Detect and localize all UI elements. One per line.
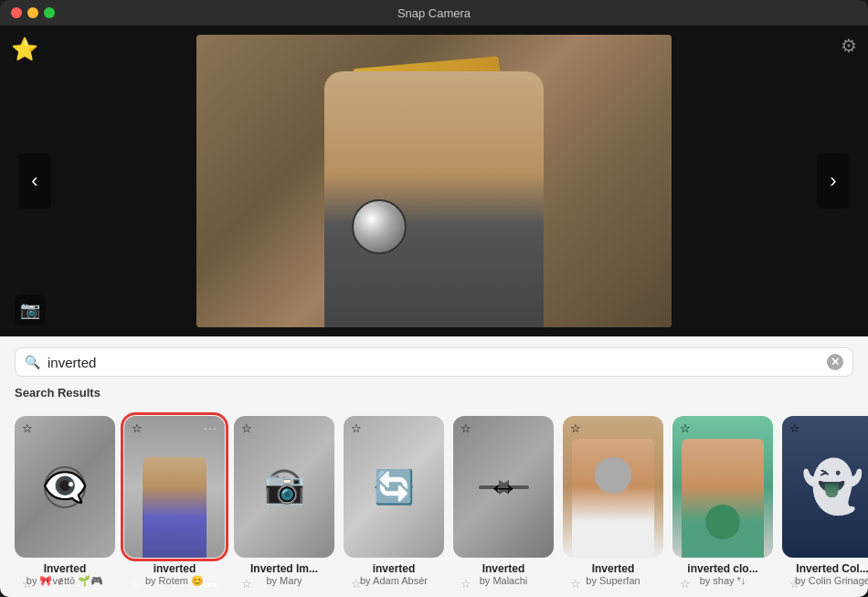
lens-card[interactable]: 👻 ☆ ☆ Inverted Col... by Colin Grinage [782, 416, 868, 587]
lens-star-icon[interactable]: ☆ [789, 577, 800, 591]
maximize-button[interactable] [44, 7, 55, 18]
lens-author: by Superfan [586, 575, 640, 586]
camera-area: ⭐ ⚙ ‹ SOCCERNOMICS WHY ENGLAND LOSES, WH… [0, 26, 868, 336]
lens-card[interactable]: ☆ ☆ Inverted Im... by Mary [234, 416, 334, 587]
lens-more-icon[interactable]: ••• [202, 577, 217, 593]
svg-point-6 [268, 471, 301, 504]
lens-author: by Malachi [480, 575, 528, 586]
search-box: 🔍 ✕ [15, 347, 853, 377]
lens-name: Inverted [44, 562, 87, 575]
minimize-button[interactable] [27, 7, 38, 18]
svg-point-2 [62, 477, 68, 483]
lens-star-icon[interactable]: ☆ [132, 577, 143, 591]
right-arrow-icon: › [830, 169, 836, 193]
lens-author: by Rotem 😊 [145, 575, 204, 587]
lens-favorite-icon[interactable]: ☆ [570, 421, 581, 435]
svg-point-8 [293, 485, 299, 490]
titlebar: Snap Camera [0, 0, 868, 26]
person-figure [324, 71, 544, 327]
lens-card[interactable]: ☆ ☆ inverted by Adam Absér [344, 416, 444, 587]
lens-star-icon[interactable]: ☆ [241, 577, 252, 591]
search-icon: 🔍 [25, 355, 40, 369]
svg-point-5 [69, 485, 75, 490]
close-button[interactable] [11, 7, 22, 18]
favorites-button[interactable]: ⭐ [11, 37, 38, 62]
svg-point-0 [45, 467, 85, 507]
svg-point-7 [270, 485, 275, 490]
lens-favorite-icon[interactable]: ☆ [789, 421, 800, 435]
lens-star-icon[interactable]: ☆ [570, 577, 581, 591]
lens-name: Inverted Col... [796, 562, 868, 575]
lens-name: Inverted [482, 562, 525, 575]
svg-point-1 [56, 478, 74, 496]
lens-name: Inverted [592, 562, 635, 575]
camera-preview: SOCCERNOMICS WHY ENGLAND LOSES, WHY SPAI… [196, 35, 672, 327]
svg-marker-11 [499, 480, 511, 495]
next-lens-button[interactable]: › [817, 154, 850, 208]
svg-marker-10 [375, 483, 380, 492]
lens-star-icon[interactable]: ☆ [351, 577, 362, 591]
lens-card[interactable]: ☆ ☆ Inverted by Malachi [453, 416, 554, 587]
svg-point-3 [62, 492, 68, 497]
lens-more-button[interactable]: ··· [203, 420, 217, 435]
prev-lens-button[interactable]: ‹ [18, 154, 51, 208]
lens-name: Inverted Im... [250, 562, 318, 575]
svg-point-4 [55, 485, 60, 490]
window-controls [11, 7, 55, 18]
lens-card[interactable]: ☆ ☆ Inverted by Superfan [563, 416, 663, 587]
shutter-button[interactable]: 📷 [15, 294, 46, 325]
left-arrow-icon: ‹ [31, 169, 37, 193]
lens-favorite-icon[interactable]: ☆ [680, 421, 691, 435]
shutter-icon: 📷 [20, 300, 40, 320]
lens-author: by shay *↓ [700, 575, 746, 586]
lens-star-icon[interactable]: ☆ [460, 577, 471, 591]
settings-button[interactable]: ⚙ [841, 35, 857, 57]
svg-marker-12 [497, 480, 509, 495]
lens-favorite-icon[interactable]: ☆ [460, 421, 471, 435]
lens-author: by Adam Absér [360, 575, 428, 586]
camera-feed: SOCCERNOMICS WHY ENGLAND LOSES, WHY SPAI… [196, 35, 672, 327]
lens-card[interactable]: ☆··· ☆ ••• inverted by Rotem 😊 [124, 416, 225, 587]
lens-card[interactable]: ☆ ☆ Inverted by 🎀vɇttō 🌱🎮 [15, 416, 115, 587]
lens-favorite-icon[interactable]: ☆ [22, 421, 33, 435]
lens-name: inverted [153, 562, 196, 575]
lens-favorite-icon[interactable]: ☆ [132, 421, 143, 435]
lens-name: inverted clo... [687, 562, 757, 575]
lens-author: by 🎀vɇttō 🌱🎮 [26, 575, 103, 587]
lens-name: inverted [373, 562, 416, 575]
search-input[interactable] [48, 355, 820, 370]
soccer-ball [352, 199, 407, 254]
lens-favorite-icon[interactable]: ☆ [351, 421, 362, 435]
results-grid: ☆ ☆ Inverted by 🎀vɇttō 🌱🎮 ☆··· ☆ ••• inv… [0, 409, 868, 597]
search-area: 🔍 ✕ Search Results [0, 336, 868, 409]
lens-star-icon[interactable]: ☆ [22, 577, 33, 591]
lens-star-icon[interactable]: ☆ [680, 577, 691, 591]
search-clear-button[interactable]: ✕ [827, 354, 843, 370]
lens-favorite-icon[interactable]: ☆ [241, 421, 252, 435]
lens-author: by Mary [266, 575, 302, 586]
lens-card[interactable]: ☆ ☆ inverted clo... by shay *↓ [672, 416, 773, 587]
window-title: Snap Camera [397, 6, 471, 20]
search-results-label: Search Results [15, 386, 853, 400]
svg-marker-9 [408, 483, 413, 492]
lens-author: by Colin Grinage [795, 575, 868, 586]
